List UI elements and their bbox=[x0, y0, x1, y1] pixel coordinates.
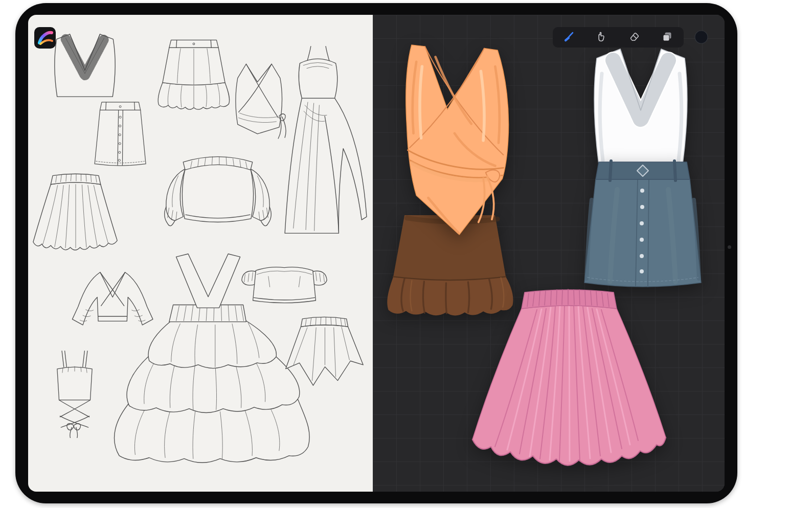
sketch-slit-gown bbox=[265, 41, 370, 241]
toolbar bbox=[553, 27, 684, 48]
eraser-button[interactable] bbox=[624, 28, 645, 47]
sketch-ruffle-hem-mini-skirt bbox=[155, 36, 233, 112]
blue-button-skirt-art bbox=[581, 159, 704, 293]
color-swatch-button[interactable] bbox=[694, 30, 708, 44]
smudge-icon bbox=[596, 31, 608, 44]
color-swatch-fill bbox=[695, 31, 708, 43]
sketch-cami-tie-crop-top bbox=[44, 346, 105, 438]
paint-brush-button[interactable] bbox=[559, 28, 579, 47]
pink-pleated-skirt-art bbox=[462, 287, 674, 479]
camera-dot bbox=[728, 245, 731, 249]
sketch-pleated-mini-skirt bbox=[29, 171, 122, 259]
sketch-off-shoulder-fringe-top bbox=[237, 256, 332, 309]
sketch-button-front-mini-skirt bbox=[92, 98, 149, 170]
layers-button[interactable] bbox=[657, 28, 678, 47]
sketch-handkerchief-skirt bbox=[283, 312, 366, 392]
layers-icon bbox=[661, 31, 673, 44]
procreate-screen bbox=[28, 15, 725, 492]
procreate-logo-button[interactable] bbox=[34, 27, 56, 49]
sketch-fringe-v-neck-top bbox=[48, 26, 123, 102]
brush-icon bbox=[563, 31, 575, 44]
orange-wrap-top-art bbox=[378, 38, 531, 258]
tablet-device bbox=[15, 3, 737, 503]
eraser-icon bbox=[628, 31, 641, 44]
white-fringe-top-art bbox=[581, 43, 700, 176]
sketch-reference-panel[interactable] bbox=[28, 15, 373, 492]
sketch-off-shoulder-blouse bbox=[162, 142, 274, 249]
painting-canvas[interactable] bbox=[373, 15, 725, 492]
smudge-button[interactable] bbox=[592, 28, 612, 47]
